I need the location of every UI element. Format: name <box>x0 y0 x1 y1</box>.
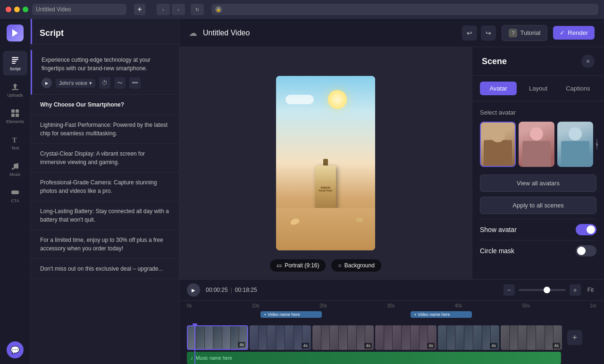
portrait-btn[interactable]: ▭ Portrait (9:16) <box>270 259 326 272</box>
music-track[interactable]: ♪ Music name here <box>187 352 561 364</box>
timeline-play-btn[interactable]: ▶ <box>187 283 200 297</box>
zoom-out-btn[interactable]: − <box>503 284 515 296</box>
avatars-next-btn[interactable]: › <box>596 139 598 150</box>
background-btn[interactable]: ○ Background <box>332 259 381 272</box>
video-frame: EREESEFacial Toner <box>276 76 375 250</box>
sidebar-item-script[interactable]: Script <box>3 51 27 75</box>
script-segment-7[interactable]: For a limited time, enjoy up to 30% off … <box>31 230 179 259</box>
forward-btn[interactable]: › <box>172 4 185 15</box>
voice-name: John's voice <box>59 80 87 86</box>
editor-area: ☁ Untitled Video ↩ ↪ ? Tutorial ✓ Render <box>179 19 604 364</box>
script-segment-8[interactable]: Don't miss out on this exclusive deal – … <box>31 259 179 279</box>
sidebar-item-uploads[interactable]: Uploads <box>3 77 27 102</box>
script-segment-4[interactable]: Crystal-Clear Display: A vibrant screen … <box>31 144 179 173</box>
video-clip-4[interactable]: 4s <box>375 325 436 350</box>
render-check-icon: ✓ <box>560 29 565 36</box>
scene-close-btn[interactable]: × <box>581 55 595 68</box>
voice-controls: ▶ John's voice ▾ ⏱ 〜 ••• <box>42 77 169 89</box>
avatar-card-3[interactable] <box>557 122 593 167</box>
video-clip-6[interactable]: 4s <box>501 325 562 350</box>
minimize-traffic-light[interactable] <box>14 7 20 12</box>
script-text-4: Crystal-Clear Display: A vibrant screen … <box>40 149 169 166</box>
video-title[interactable]: Untitled Video <box>203 29 250 37</box>
svg-rect-6 <box>11 109 15 113</box>
clip-5-duration: 4s <box>490 343 497 348</box>
preview-area: EREESEFacial Toner <box>179 47 472 279</box>
zoom-thumb <box>544 287 550 293</box>
traffic-lights <box>6 7 28 12</box>
undo-redo-controls: ↩ ↪ <box>462 25 496 41</box>
clip-4-duration: 4s <box>427 343 435 348</box>
sidebar-item-cta[interactable]: CTA <box>3 183 27 207</box>
ruler-mark-50s: 50s <box>522 303 530 308</box>
zoom-plus-icon: + <box>573 286 577 294</box>
render-btn[interactable]: ✓ Render <box>553 26 595 40</box>
script-segment-2[interactable]: Why Choose Our Smartphone? <box>31 95 179 115</box>
portrait-label: Portrait (9:16) <box>285 262 319 269</box>
add-scene-btn[interactable]: + <box>567 330 582 345</box>
video-clip-3[interactable]: 4s <box>312 325 374 350</box>
sidebar-music-label: Music <box>9 172 21 177</box>
script-text-6: Long-Lasting Battery: Stay connected all… <box>40 207 169 224</box>
timeline-tracks-wrapper: 4s <box>179 323 604 364</box>
fit-btn[interactable]: Fit <box>585 286 596 294</box>
maximize-traffic-light[interactable] <box>23 7 28 12</box>
address-bar[interactable]: 🔒 <box>211 4 598 15</box>
ruler-mark-0s: 0s <box>187 303 192 308</box>
apply-all-scenes-btn[interactable]: Apply to all scenes <box>480 197 596 214</box>
voice-selector[interactable]: John's voice ▾ <box>56 79 95 88</box>
app-logo[interactable] <box>7 25 24 41</box>
script-segment-6[interactable]: Long-Lasting Battery: Stay connected all… <box>31 201 179 230</box>
more-options-btn[interactable]: ••• <box>129 77 141 89</box>
back-btn[interactable]: ‹ <box>157 4 170 15</box>
zoom-controls: − + Fit <box>503 284 596 296</box>
script-segment-3[interactable]: Lightning-Fast Performance: Powered by t… <box>31 115 179 144</box>
sidebar-item-elements[interactable]: Elements <box>3 104 27 128</box>
svg-point-11 <box>12 168 14 170</box>
avatar-card-1[interactable] <box>480 122 516 167</box>
sidebar-item-music[interactable]: Music <box>3 157 27 181</box>
undo-btn[interactable]: ↩ <box>462 25 477 41</box>
zoom-in-btn[interactable]: + <box>570 284 581 296</box>
sidebar-item-text[interactable]: T Text <box>3 130 27 155</box>
clip-1-duration: 4s <box>238 342 245 347</box>
apply-all-label: Apply to all scenes <box>512 202 563 209</box>
video-clip-2[interactable]: 4s <box>250 325 311 350</box>
redo-btn[interactable]: ↪ <box>481 25 496 41</box>
script-segment-1[interactable]: Experience cutting-edge technology at yo… <box>31 50 179 95</box>
video-clip-5[interactable]: 4s <box>438 325 499 350</box>
tab-captions[interactable]: Captions <box>560 82 596 95</box>
main-container: Script Uploads Elements T Text <box>0 19 604 364</box>
show-avatar-toggle[interactable] <box>576 224 596 235</box>
close-traffic-light[interactable] <box>6 7 11 12</box>
ruler-mark-1m: 1m <box>590 303 596 308</box>
tutorial-btn[interactable]: ? Tutorial <box>502 25 547 41</box>
new-tab-btn[interactable]: + <box>134 4 145 15</box>
tab-avatar[interactable]: Avatar <box>480 82 517 95</box>
clock-icon[interactable]: ⏱ <box>99 77 110 89</box>
refresh-btn[interactable]: ↻ <box>191 4 204 15</box>
video-clip-1[interactable]: 4s <box>187 325 248 350</box>
filmstrip-track: 4s <box>187 325 596 350</box>
tab-layout[interactable]: Layout <box>520 82 556 95</box>
circle-mask-label: Circle mask <box>480 247 514 255</box>
scene-panel: Scene × Avatar Layout Captions <box>472 47 604 279</box>
sidebar-script-label: Script <box>9 66 20 71</box>
script-title: Script <box>40 28 64 38</box>
circle-mask-toggle[interactable] <box>576 245 596 256</box>
circle-mask-row: Circle mask <box>480 240 596 261</box>
zoom-slider[interactable] <box>519 289 566 291</box>
nav-buttons: ‹ › <box>157 4 185 15</box>
script-segment-5[interactable]: Professional-Grade Camera: Capture stunn… <box>31 173 179 201</box>
chat-button[interactable]: 💬 <box>7 341 24 358</box>
avatar-card-2[interactable] <box>519 122 554 167</box>
music-track-label: Music name here <box>196 356 232 361</box>
view-all-avatars-btn[interactable]: View all avatars <box>480 174 596 192</box>
tab-captions-label: Captions <box>566 85 590 92</box>
script-panel: Script Experience cutting-edge technolog… <box>31 19 179 364</box>
voice-play-btn[interactable]: ▶ <box>42 78 52 88</box>
view-all-label: View all avatars <box>517 180 560 187</box>
script-text-3: Lightning-Fast Performance: Powered by t… <box>40 121 169 138</box>
waveform-icon[interactable]: 〜 <box>114 77 126 89</box>
titlebar-tab[interactable]: Untitled Video <box>32 4 126 15</box>
